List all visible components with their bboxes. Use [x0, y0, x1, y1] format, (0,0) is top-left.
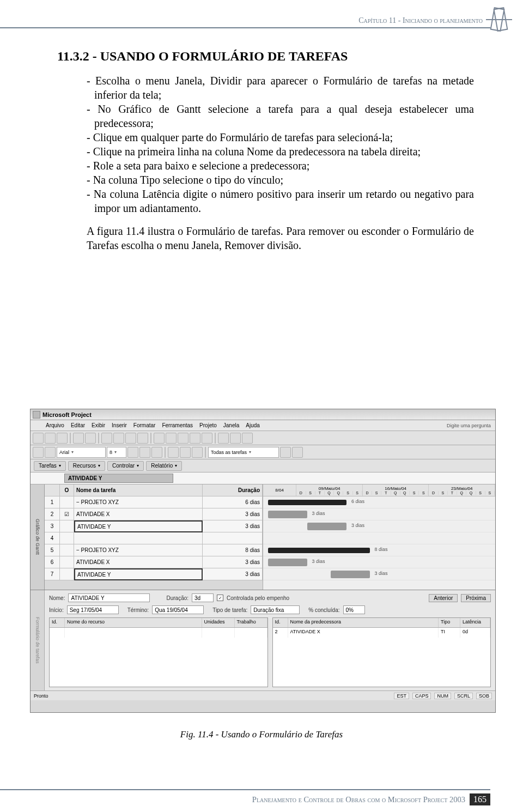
list-item: - Na coluna Tipo selecione o tipo do vín…	[87, 173, 474, 187]
menu-formatar[interactable]: Formatar	[133, 422, 156, 428]
toolbar-button[interactable]	[154, 433, 165, 444]
next-button[interactable]: Próxima	[461, 594, 491, 602]
table-row[interactable]: 2☑ ATIVIDADE X3 dias	[45, 508, 263, 520]
italic-button[interactable]	[139, 447, 150, 458]
name-input[interactable]: ATIVIDADE Y	[68, 593, 150, 602]
gantt-bar[interactable]	[331, 571, 370, 578]
font-name-value: Arial	[59, 450, 69, 455]
table-row[interactable]: 1 − PROJETO XYZ6 dias	[45, 496, 263, 508]
toolbar-button[interactable]	[57, 433, 68, 444]
help-hint[interactable]: Digite uma pergunta	[447, 423, 491, 428]
toolbar-button[interactable]	[280, 447, 291, 458]
toolbar-button[interactable]	[218, 433, 229, 444]
cell	[60, 544, 74, 556]
col-indicator[interactable]: O	[60, 484, 74, 496]
toolbar-button[interactable]	[73, 433, 84, 444]
gantt-sidebar[interactable]: Gráfico de Gantt	[31, 484, 45, 590]
align-center-button[interactable]	[180, 447, 191, 458]
gantt-bar[interactable]	[268, 511, 307, 518]
toolbar-button[interactable]	[33, 433, 44, 444]
effort-checkbox[interactable]: ✓	[217, 595, 223, 601]
menu-arquivo[interactable]: Arquivo	[46, 422, 64, 428]
cell: 8 dias	[203, 544, 263, 556]
align-right-button[interactable]	[192, 447, 203, 458]
menu-janela[interactable]: Janela	[223, 422, 239, 428]
toolbar-button[interactable]	[101, 433, 112, 444]
predecessors-table[interactable]: Id. Nome da predecessora Tipo Latência 2…	[272, 617, 491, 687]
toolbar-button[interactable]	[113, 433, 124, 444]
table-row[interactable]: 4	[45, 532, 263, 544]
view-relatorio[interactable]: Relatório▾	[146, 461, 182, 471]
page-number: 165	[470, 793, 490, 805]
bold-button[interactable]	[127, 447, 138, 458]
filter-value: Todas as tarefas	[211, 450, 247, 455]
gantt-bar[interactable]	[268, 500, 347, 505]
cell: ATIVIDADE X	[74, 508, 203, 520]
pct-input[interactable]: 0%	[343, 605, 365, 614]
table-row[interactable]: 7 ATIVIDADE Y3 dias	[45, 568, 263, 580]
view-controlar[interactable]: Controlar▾	[107, 461, 144, 471]
start-input[interactable]: Seg 17/05/04	[67, 605, 119, 614]
menu-exibir[interactable]: Exibir	[92, 422, 105, 428]
gantt-bar[interactable]	[268, 548, 370, 553]
tasktype-combo[interactable]: Duração fixa	[251, 605, 300, 614]
prev-button[interactable]: Anterior	[429, 594, 458, 602]
view-tarefas[interactable]: Tarefas▾	[34, 461, 66, 471]
toolbar-button[interactable]	[45, 447, 56, 458]
menu-projeto[interactable]: Projeto	[199, 422, 217, 428]
menu-ferramentas[interactable]: Ferramentas	[162, 422, 193, 428]
cell: 7	[45, 568, 60, 580]
form-sidebar[interactable]: Formulário de tarefas	[31, 590, 45, 690]
toolbar-button[interactable]	[178, 433, 188, 444]
chevron-down-icon: ▾	[71, 450, 74, 455]
font-size-combo[interactable]: 8▾	[107, 447, 126, 458]
menu-editar[interactable]: Editar	[71, 422, 85, 428]
predecessor-row[interactable]: 2 ATIVIDADE X TI 0d	[273, 628, 491, 638]
end-input[interactable]: Qua 19/05/04	[152, 605, 204, 614]
filter-combo[interactable]: Todas as tarefas▾	[208, 447, 279, 458]
col-rownum[interactable]	[45, 484, 60, 496]
gantt-bar[interactable]	[307, 523, 346, 530]
list-item: - Role a seta para baixo e selecione a p…	[87, 159, 474, 173]
col-task-name[interactable]: Nome da tarefa	[74, 484, 203, 496]
col-duration[interactable]: Duração	[203, 484, 263, 496]
active-cell-value[interactable]: ATIVIDADE Y	[64, 474, 173, 483]
pill-label: Recursos	[73, 463, 96, 469]
table-row[interactable]: 6 ATIVIDADE X3 dias	[45, 556, 263, 568]
menu-ajuda[interactable]: Ajuda	[246, 422, 260, 428]
cell-editor-bar: ATIVIDADE Y	[31, 472, 495, 484]
toolbar-button[interactable]	[230, 433, 241, 444]
toolbar-button[interactable]	[292, 447, 303, 458]
toolbar-button[interactable]	[190, 433, 200, 444]
toolbar-button[interactable]	[202, 433, 212, 444]
align-left-button[interactable]	[168, 447, 179, 458]
cell: 3 dias	[203, 568, 263, 580]
col-lag: Latência	[460, 618, 490, 627]
toolbar-button[interactable]	[45, 433, 56, 444]
resources-table[interactable]: Id. Nome do recurso Unidades Trabalho	[49, 617, 268, 687]
duration-input[interactable]: 3d	[192, 593, 214, 602]
underline-button[interactable]	[151, 447, 162, 458]
toolbar-button[interactable]	[137, 433, 148, 444]
toolbar-button[interactable]	[166, 433, 177, 444]
toolbar-button[interactable]	[85, 433, 96, 444]
toolbar-button[interactable]	[33, 447, 44, 458]
menu-inserir[interactable]: Inserir	[112, 422, 127, 428]
cell	[60, 532, 74, 544]
table-row[interactable]: 5 − PROJETO XYZ8 dias	[45, 544, 263, 556]
toolbar-button[interactable]	[125, 433, 136, 444]
end-label: Término:	[127, 607, 149, 613]
toolbar-button[interactable]	[242, 433, 253, 444]
view-recursos[interactable]: Recursos▾	[68, 461, 105, 471]
list-item: - Na coluna Latência digite o número pos…	[87, 187, 474, 215]
section-heading: 11.3.2 - USANDO O FORMULÁRIO DE TAREFAS	[57, 49, 474, 64]
gantt-chart[interactable]: 8/04 09/Maio/04DSTQQSS 16/Maio/04DSTQQSS…	[263, 484, 495, 590]
gantt-bar[interactable]	[268, 559, 307, 566]
cell: 2	[45, 508, 60, 520]
cell: 3 dias	[203, 556, 263, 568]
pill-label: Tarefas	[39, 463, 57, 469]
separator	[150, 433, 151, 444]
chevron-down-icon: ▾	[175, 463, 177, 468]
font-name-combo[interactable]: Arial▾	[57, 447, 106, 458]
table-row[interactable]: 3 ATIVIDADE Y3 dias	[45, 520, 263, 532]
